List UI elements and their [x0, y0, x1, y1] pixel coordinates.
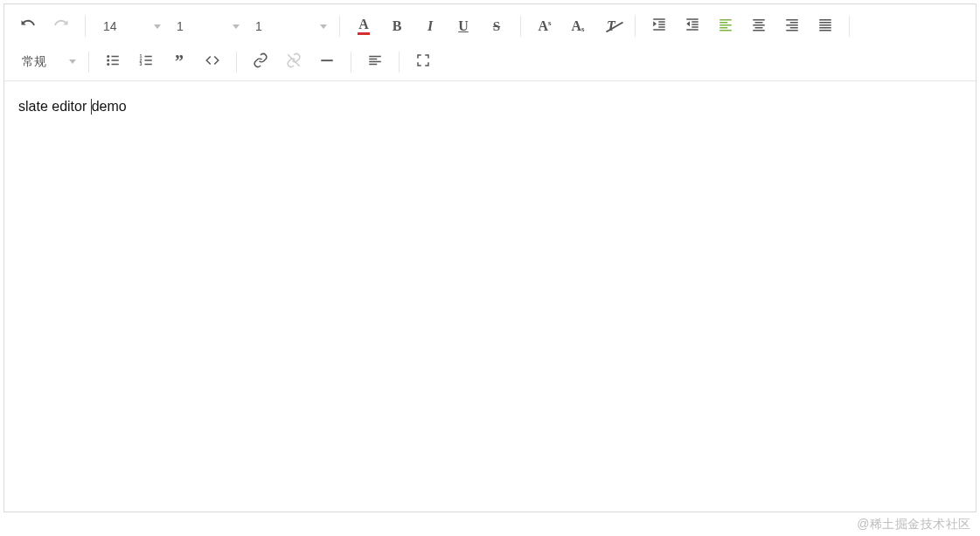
line-height-value: 1 — [177, 19, 184, 33]
align-justify-button[interactable] — [810, 10, 841, 42]
paragraph-align-button[interactable] — [359, 46, 391, 78]
font-size-value: 14 — [103, 19, 117, 33]
separator — [399, 52, 400, 73]
align-right-button[interactable] — [776, 10, 808, 42]
text-format-group: A B I U S — [347, 10, 513, 42]
toolbar: 14 1 1 A B I U — [4, 4, 976, 81]
chevron-down-icon — [233, 24, 240, 29]
script-group: As As T — [528, 10, 628, 42]
code-icon — [205, 52, 220, 72]
blockquote-button[interactable]: ” — [163, 46, 195, 78]
list-group: 123 ” — [96, 46, 229, 78]
bold-icon: B — [393, 18, 402, 34]
link-button[interactable] — [245, 46, 276, 78]
font-size-select[interactable]: 14 — [93, 10, 166, 42]
undo-button[interactable] — [12, 10, 44, 42]
align-left-icon — [718, 17, 733, 36]
strikethrough-button[interactable]: S — [481, 10, 512, 42]
text-style-value: 常规 — [22, 54, 46, 70]
separator — [339, 16, 340, 37]
svg-point-2 — [107, 63, 109, 66]
strikethrough-icon: S — [493, 19, 500, 34]
superscript-icon: As — [538, 19, 551, 33]
bold-button[interactable]: B — [381, 10, 413, 42]
ordered-list-button[interactable]: 123 — [130, 46, 162, 78]
watermark: @稀土掘金技术社区 — [857, 517, 971, 533]
align-right-icon — [784, 17, 800, 36]
unordered-list-icon — [105, 52, 121, 72]
svg-rect-7 — [321, 59, 333, 61]
indent-decrease-button[interactable] — [677, 10, 708, 42]
quote-icon: ” — [175, 52, 184, 72]
svg-point-1 — [107, 59, 109, 61]
chevron-down-icon — [69, 59, 76, 64]
indent-increase-button[interactable] — [643, 10, 675, 42]
subscript-icon: As — [571, 19, 584, 33]
unlink-icon — [286, 52, 302, 72]
letter-spacing-value: 1 — [255, 19, 262, 33]
align-center-button[interactable] — [743, 10, 775, 42]
separator — [88, 52, 89, 73]
horizontal-rule-button[interactable] — [311, 46, 343, 78]
text-after-cursor: demo — [92, 99, 127, 114]
chevron-down-icon — [320, 24, 327, 29]
indent-decrease-icon — [685, 17, 700, 36]
undo-icon — [20, 17, 36, 36]
text-cursor — [91, 99, 92, 115]
clear-format-icon: T — [607, 18, 615, 34]
svg-point-0 — [107, 55, 109, 58]
ordered-list-icon: 123 — [138, 52, 154, 72]
clear-format-button[interactable]: T — [595, 10, 627, 42]
horizontal-rule-icon — [319, 52, 335, 72]
font-color-icon: A — [358, 17, 370, 35]
line-height-select[interactable]: 1 — [166, 10, 245, 42]
italic-button[interactable]: I — [414, 10, 446, 42]
separator — [236, 52, 237, 73]
align-left-button[interactable] — [710, 10, 741, 42]
history-group — [11, 10, 78, 42]
align-justify-icon — [817, 17, 833, 36]
editor-content[interactable]: slate editor demo — [4, 81, 976, 512]
unordered-list-button[interactable] — [97, 46, 129, 78]
underline-button[interactable]: U — [448, 10, 479, 42]
redo-icon — [53, 17, 69, 36]
fullscreen-button[interactable] — [407, 46, 439, 78]
subscript-button[interactable]: As — [562, 10, 594, 42]
para-group — [358, 46, 392, 78]
font-color-button[interactable]: A — [348, 10, 379, 42]
fullscreen-icon — [415, 52, 431, 72]
text-before-cursor: slate editor — [18, 99, 91, 114]
letter-spacing-select[interactable]: 1 — [245, 10, 332, 42]
separator — [85, 16, 86, 37]
underline-icon: U — [458, 18, 469, 34]
align-center-icon — [751, 17, 767, 36]
separator — [351, 52, 351, 73]
unlink-button[interactable] — [278, 46, 309, 78]
paragraph-align-icon — [367, 52, 383, 72]
editor-container: 14 1 1 A B I U — [3, 3, 977, 512]
insert-group — [244, 46, 344, 78]
italic-icon: I — [427, 18, 433, 34]
separator — [849, 16, 850, 37]
svg-text:3: 3 — [140, 61, 142, 66]
link-icon — [253, 52, 268, 72]
separator — [635, 16, 636, 37]
text-style-select[interactable]: 常规 — [11, 46, 81, 78]
code-button[interactable] — [197, 46, 228, 78]
view-group — [407, 46, 440, 78]
chevron-down-icon — [154, 24, 161, 29]
superscript-button[interactable]: As — [529, 10, 560, 42]
separator — [520, 16, 521, 37]
indent-group — [643, 10, 842, 42]
text-line: slate editor demo — [18, 99, 962, 115]
redo-button[interactable] — [45, 10, 77, 42]
indent-increase-icon — [651, 17, 667, 36]
